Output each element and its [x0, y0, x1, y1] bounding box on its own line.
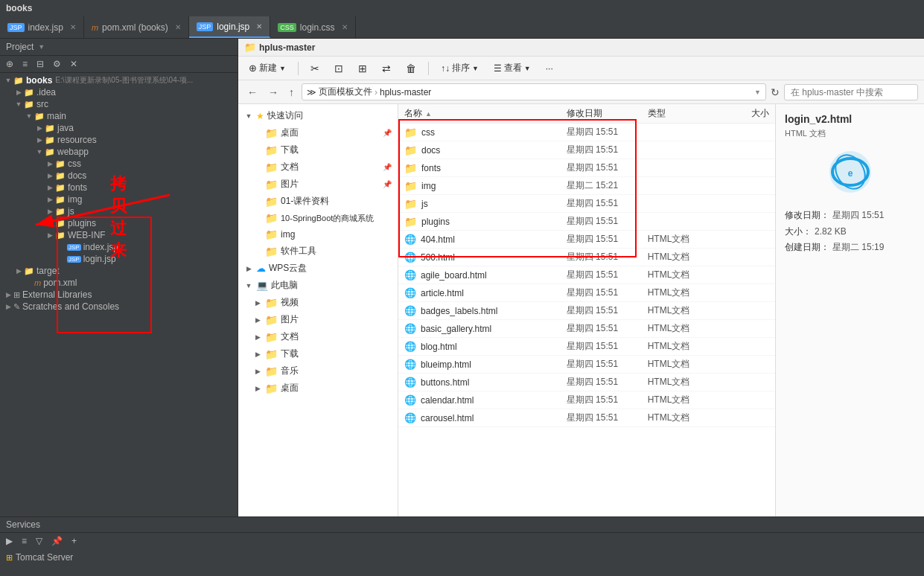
close-panel-btn[interactable]: ✕ [67, 57, 80, 71]
tab-close-3[interactable]: ✕ [256, 22, 262, 31]
tree-item-fonts[interactable]: ▶ 📁 fonts [0, 182, 238, 193]
tree-item-target[interactable]: ▶ 📁 target [0, 265, 238, 277]
fm-tree-course-material[interactable]: 📁 01-课件资料 [238, 193, 398, 210]
fm-file-500[interactable]: 🌐500.html 星期四 15:51 HTML文档 [398, 249, 775, 266]
fm-btn-cut[interactable]: ✂ [306, 60, 324, 77]
fm-btn-copy[interactable]: ⊡ [330, 60, 348, 77]
fm-tree-videos[interactable]: ▶ 📁 视频 [238, 294, 398, 311]
arrow-videos: ▶ [253, 299, 262, 307]
tree-item-pom-xml[interactable]: m pom.xml [0, 277, 238, 289]
tree-item-external-libs[interactable]: ▶ ⊞ External Libraries [0, 289, 238, 301]
fm-file-agile-board[interactable]: 🌐agile_board.html 星期四 15:51 HTML文档 [398, 266, 775, 284]
new-dropdown-arrow: ▼ [279, 65, 286, 72]
fm-tree-springboot[interactable]: 📁 10-SpringBoot的商城系统 [238, 210, 398, 226]
fm-file-buttons[interactable]: 🌐buttons.html 星期四 15:51 HTML文档 [398, 374, 775, 391]
fm-tree-downloads2[interactable]: ▶ 📁 下载 [238, 345, 398, 362]
sync-btn[interactable]: ⊕ [3, 57, 16, 71]
tab-index-jsp[interactable]: JSP index.jsp ✕ [0, 16, 84, 38]
fm-file-carousel[interactable]: 🌐carousel.html 星期四 15:51 HTML文档 [398, 409, 775, 427]
fm-up-btn[interactable]: ↑ [286, 85, 297, 100]
col-header-type: 类型 [648, 107, 729, 120]
services-run-btn[interactable]: ▶ [3, 534, 16, 548]
tab-login-jsp[interactable]: JSP login.jsp ✕ [189, 16, 271, 38]
fm-folder-css[interactable]: 📁css 星期四 15:51 [398, 124, 775, 141]
services-pin-btn[interactable]: 📌 [48, 534, 66, 548]
html-icon-500: 🌐 [404, 252, 416, 263]
tree-item-docs[interactable]: ▶ 📁 docs [0, 170, 238, 182]
fm-tree-downloads[interactable]: 📁 下载 [238, 141, 398, 159]
fm-btn-delete[interactable]: 🗑 [401, 60, 421, 77]
tree-item-login-jsp[interactable]: JSP login.jsp [0, 253, 238, 265]
tree-item-resources[interactable]: ▶ 📁 resources [0, 134, 238, 146]
tree-item-webapp[interactable]: ▼ 📁 webapp [0, 146, 238, 158]
fm-file-404[interactable]: 🌐404.html 星期四 15:51 HTML文档 [398, 231, 775, 249]
folder-icon-img-folder: 📁 [265, 228, 278, 240]
fm-tree-quick-access[interactable]: ▼ ★ 快速访问 [238, 107, 398, 124]
fm-forward-btn[interactable]: → [265, 85, 281, 100]
fm-file-article[interactable]: 🌐article.html 星期四 15:51 HTML文档 [398, 284, 775, 302]
fm-file-name-gallery: basic_gallery.html [421, 324, 491, 334]
tab-pom-xml[interactable]: m pom.xml (books) ✕ [84, 16, 189, 38]
tree-item-img[interactable]: ▶ 📁 img [0, 193, 238, 205]
fm-folder-fonts[interactable]: 📁fonts 星期四 15:51 [398, 159, 775, 177]
fm-tree-wps[interactable]: ▶ ☁ WPS云盘 [238, 260, 398, 277]
fm-tree-pictures[interactable]: 📁 图片 📌 [238, 176, 398, 193]
fm-btn-more[interactable]: ··· [541, 61, 558, 76]
fm-tree-documents2[interactable]: ▶ 📁 文档 [238, 328, 398, 345]
fm-file-calendar[interactable]: 🌐calendar.html 星期四 15:51 HTML文档 [398, 391, 775, 409]
fm-file-badges[interactable]: 🌐badges_labels.html 星期四 15:51 HTML文档 [398, 302, 775, 320]
fm-tree-this-pc[interactable]: ▼ 💻 此电脑 [238, 277, 398, 294]
fm-back-btn[interactable]: ← [244, 85, 261, 100]
fm-folder-js[interactable]: 📁js 星期四 15:51 [398, 195, 775, 213]
fm-folder-img[interactable]: 📁img 星期二 15:21 [398, 177, 775, 195]
tree-item-css[interactable]: ▶ 📁 css [0, 158, 238, 170]
services-list-btn[interactable]: ≡ [19, 534, 30, 548]
tab-close-4[interactable]: ✕ [342, 23, 348, 31]
expand-btn[interactable]: ≡ [19, 57, 31, 71]
fm-folder-plugins[interactable]: 📁plugins 星期四 15:51 [398, 213, 775, 231]
tab-close-2[interactable]: ✕ [175, 23, 181, 31]
fm-refresh-btn[interactable]: ↻ [771, 86, 780, 98]
services-filter-btn[interactable]: ▽ [33, 534, 45, 548]
fm-tree-pictures2[interactable]: ▶ 📁 图片 [238, 311, 398, 328]
tree-item-js[interactable]: ▶ 📁 js [0, 205, 238, 217]
services-add-btn[interactable]: + [68, 534, 80, 548]
fm-btn-move[interactable]: ⇄ [377, 60, 395, 77]
fm-btn-new[interactable]: ⊕ 新建 ▼ [244, 60, 290, 77]
sort-arrow-name: ▲ [425, 110, 432, 118]
tree-item-idea[interactable]: ▶ 📁 .idea [0, 86, 238, 98]
fm-file-name-buttons: buttons.html [421, 377, 469, 388]
fm-btn-paste[interactable]: ⊞ [354, 60, 372, 77]
breadcrumb-dropdown[interactable]: ▼ [754, 89, 761, 96]
fm-tree-desktop2[interactable]: ▶ 📁 桌面 [238, 380, 398, 397]
fm-file-blueimp[interactable]: 🌐blueimp.html 星期四 15:51 HTML文档 [398, 356, 775, 374]
fm-file-blog[interactable]: 🌐blog.html 星期四 15:51 HTML文档 [398, 338, 775, 356]
fm-tree-music[interactable]: ▶ 📁 音乐 [238, 362, 398, 380]
fm-folder-docs[interactable]: 📁docs 星期四 15:51 [398, 141, 775, 159]
fm-tree-desktop[interactable]: 📁 桌面 📌 [238, 124, 398, 141]
tomcat-icon: ⊞ [6, 553, 13, 563]
fm-tree-software-tools[interactable]: 📁 软件工具 [238, 243, 398, 260]
tree-item-plugins[interactable]: ▶ 📁 plugins [0, 217, 238, 229]
fm-search-input[interactable] [784, 84, 918, 100]
tree-item-java[interactable]: ▶ 📁 java [0, 122, 238, 134]
tree-item-src[interactable]: ▼ 📁 src [0, 98, 238, 110]
tab-login-css[interactable]: CSS login.css ✕ [270, 16, 355, 38]
sort-icon: ↑↓ [441, 63, 450, 74]
fm-btn-view[interactable]: ☰ 查看 ▼ [489, 60, 535, 77]
settings-btn[interactable]: ⚙ [50, 57, 64, 71]
tree-item-main[interactable]: ▼ 📁 main [0, 110, 238, 122]
tab-close-1[interactable]: ✕ [70, 23, 76, 31]
tree-item-scratches[interactable]: ▶ ✎ Scratches and Consoles [0, 301, 238, 313]
breadcrumb[interactable]: ≫ 页面模板文件 › hplus-master ▼ [302, 83, 766, 100]
fm-btn-sort[interactable]: ↑↓ 排序 ▼ [436, 60, 483, 77]
fm-tree-documents[interactable]: 📁 文档 📌 [238, 159, 398, 176]
dropdown-arrow[interactable]: ▼ [38, 43, 45, 51]
fm-file-gallery[interactable]: 🌐basic_gallery.html 星期四 15:51 HTML文档 [398, 320, 775, 338]
fm-tree-img-folder[interactable]: 📁 img [238, 226, 398, 243]
folder-icon-main: 📁 [34, 112, 45, 121]
tree-item-books[interactable]: ▼ 📁 books E:\课程更新录制\05-图书管理系统\04-项... [0, 74, 238, 86]
tree-item-webinf[interactable]: ▶ 📁 WEB-INF [0, 229, 238, 241]
collapse-btn[interactable]: ⊟ [34, 57, 47, 71]
tree-item-index-jsp[interactable]: JSP index.jsp [0, 241, 238, 253]
